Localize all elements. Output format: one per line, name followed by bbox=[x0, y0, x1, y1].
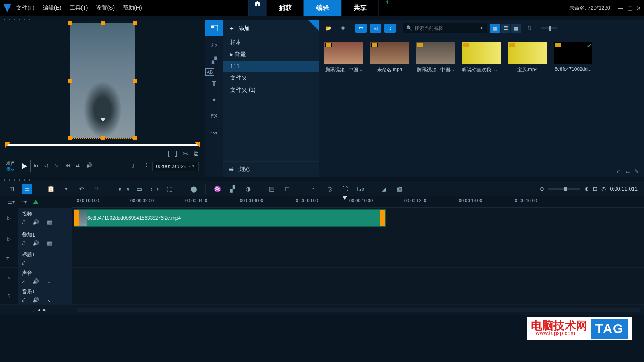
undo-icon[interactable]: ↶ bbox=[76, 184, 87, 194]
tab-home[interactable] bbox=[248, 0, 266, 16]
resize-handle[interactable] bbox=[133, 79, 137, 83]
go-start-icon[interactable]: ⏮ bbox=[34, 162, 41, 170]
search-box[interactable]: 🔍 ✕ bbox=[402, 23, 487, 33]
tree-folder[interactable]: 文件夹 bbox=[223, 72, 319, 84]
grid-split-icon[interactable]: ⊞ bbox=[282, 184, 292, 194]
resize-handle[interactable] bbox=[101, 21, 105, 25]
loop-icon[interactable]: ⇄ bbox=[76, 162, 83, 170]
maximize-icon[interactable]: ▢ bbox=[627, 5, 632, 11]
browse-button[interactable]: ⭆浏览 bbox=[223, 161, 319, 177]
add-folder-button[interactable]: ＋添加 bbox=[223, 20, 319, 37]
track-lane[interactable] bbox=[72, 228, 644, 249]
preview-canvas[interactable]: 视频轨 bbox=[2, 23, 203, 139]
resize-handle[interactable] bbox=[133, 21, 137, 25]
capture-icon[interactable]: ✺ bbox=[337, 23, 349, 34]
menu-help[interactable]: 帮助(H) bbox=[123, 4, 142, 12]
clear-search-icon[interactable]: ✕ bbox=[479, 25, 483, 31]
stabilize-icon[interactable]: ⛶ bbox=[340, 184, 350, 194]
zoom-out-icon[interactable]: ⊖ bbox=[540, 186, 544, 192]
preview-scrubber[interactable] bbox=[5, 144, 200, 146]
motion-icon[interactable]: ⤳ bbox=[309, 184, 320, 194]
resize-handle[interactable] bbox=[101, 136, 105, 140]
close-icon[interactable]: ✕ bbox=[636, 5, 641, 11]
footer-display-icon[interactable]: ▭ bbox=[626, 169, 630, 174]
filter-image-icon[interactable]: ◰ bbox=[370, 24, 381, 33]
libtab-path-icon[interactable]: ↝ bbox=[205, 124, 223, 140]
link-icon[interactable]: 𝓔 bbox=[22, 297, 25, 303]
fx-toggle-icon[interactable]: ▦ bbox=[47, 240, 52, 247]
mark-out-icon[interactable]: ] bbox=[175, 150, 177, 158]
panel-grip[interactable]: • • • • • • bbox=[0, 16, 644, 20]
library-clip[interactable]: 宝贝.mp4 bbox=[508, 42, 547, 73]
track-icon-voice[interactable]: ↘ bbox=[0, 268, 18, 286]
tree-folder-1[interactable]: 文件夹 (1) bbox=[223, 84, 319, 96]
timeline-clip[interactable]: 6c8fc471002ddd0b6984156338276f2e.mp4 bbox=[74, 209, 386, 227]
tab-edit[interactable]: 编辑 bbox=[304, 0, 341, 16]
track-icon-title[interactable]: ᴛT bbox=[0, 249, 18, 267]
video-fx-icon[interactable]: ▞ bbox=[227, 184, 238, 194]
storyboard-view-icon[interactable]: ⊞ bbox=[6, 184, 17, 194]
step-fwd-icon[interactable]: ▷ bbox=[55, 162, 62, 170]
import-icon[interactable]: 📂 bbox=[323, 23, 334, 34]
tree-folder-111[interactable]: 111 bbox=[223, 61, 319, 72]
step-back-icon[interactable]: ◁ bbox=[44, 162, 52, 170]
marker-icon[interactable]: ▭ bbox=[134, 184, 144, 194]
blend-icon[interactable]: ◑ bbox=[243, 184, 253, 194]
mark-in-icon[interactable]: [ bbox=[168, 150, 169, 158]
library-clip[interactable]: 未命名.mp4 bbox=[370, 42, 409, 73]
resize-handle[interactable] bbox=[68, 21, 72, 25]
track-lane[interactable]: 6c8fc471002ddd0b6984156338276f2e.mp4 bbox=[72, 208, 644, 228]
go-end-icon[interactable]: ⏭ bbox=[65, 162, 72, 170]
device-icon[interactable]: ▯ bbox=[131, 162, 138, 170]
track-opts-icon[interactable]: ☰▾ bbox=[8, 199, 15, 205]
library-clip[interactable]: 听说你喜欢我 第... bbox=[462, 42, 501, 73]
timecode-display[interactable]: 00:00:09:025▲▼ bbox=[152, 162, 199, 171]
libtab-graphic-icon[interactable]: ✦ bbox=[205, 92, 223, 108]
fx-toggle-icon[interactable]: ▦ bbox=[47, 219, 52, 226]
track-lane[interactable] bbox=[72, 249, 644, 267]
view-thumb-icon[interactable]: ▦ bbox=[490, 24, 500, 33]
tab-capture[interactable]: 捕获 bbox=[266, 0, 304, 16]
libtab-fx-icon[interactable]: FX bbox=[205, 108, 223, 124]
copy-clip-icon[interactable]: ⧉ bbox=[194, 150, 198, 158]
libtab-text-icon[interactable]: T bbox=[205, 76, 223, 92]
minimize-icon[interactable]: — bbox=[618, 5, 623, 11]
crop-icon[interactable]: ⬚ bbox=[165, 184, 175, 194]
fit-icon[interactable]: ⊡ bbox=[593, 186, 597, 192]
mute-icon[interactable]: 🔊 bbox=[33, 278, 39, 285]
menu-tools[interactable]: 工具(T) bbox=[70, 4, 88, 12]
pin-icon[interactable] bbox=[308, 20, 319, 31]
track-lane[interactable] bbox=[72, 268, 644, 286]
track-lane[interactable] bbox=[72, 286, 644, 304]
resize-handle[interactable] bbox=[133, 136, 137, 140]
libtab-title-icon[interactable]: AB bbox=[205, 68, 214, 76]
track-icon-overlay[interactable]: ▷ bbox=[0, 228, 18, 249]
link-icon[interactable]: 𝓔 bbox=[22, 278, 25, 285]
footer-edit-icon[interactable]: ✎ bbox=[634, 169, 638, 174]
mode-material-label[interactable]: 素材 bbox=[6, 166, 15, 172]
sort-icon[interactable]: ⇅ bbox=[524, 23, 535, 34]
libtab-audio-icon[interactable]: ♪♭ bbox=[205, 36, 223, 52]
upload-icon[interactable] bbox=[379, 0, 396, 16]
add-track-bottom-icon[interactable]: +▯ bbox=[30, 307, 35, 313]
link-icon[interactable]: 𝓔 bbox=[22, 219, 25, 226]
track-opts2-icon[interactable]: ≡▾ bbox=[21, 199, 27, 205]
track-icon-music[interactable]: ♫ bbox=[0, 286, 18, 304]
view-list-icon[interactable]: ☰ bbox=[501, 24, 510, 33]
library-clip[interactable]: ✔6c8fc471002dd... bbox=[554, 42, 592, 73]
volume-icon[interactable]: 🔊 bbox=[86, 162, 93, 170]
3d-title-icon[interactable]: T₃ᴅ bbox=[355, 184, 365, 194]
expand-icon[interactable]: ⛶ bbox=[142, 162, 149, 170]
scissors-icon[interactable]: ✂ bbox=[183, 150, 188, 158]
mute-icon[interactable]: 🔊 bbox=[33, 219, 39, 226]
timeline-zoom-slider[interactable] bbox=[548, 188, 580, 190]
footer-folder-icon[interactable]: 🗀 bbox=[617, 169, 622, 174]
audio-wave-icon[interactable]: ♒ bbox=[212, 184, 223, 194]
clip-trim-right[interactable] bbox=[380, 210, 385, 226]
link-icon[interactable]: 𝓔 bbox=[22, 260, 25, 266]
snap-icon[interactable]: ⇤⇥ bbox=[119, 184, 129, 194]
track-icon-video[interactable]: ▷ bbox=[0, 208, 18, 228]
scroll-left-icon[interactable]: ◂ bbox=[38, 307, 40, 313]
tracking-icon[interactable]: ◎ bbox=[324, 184, 335, 194]
menu-edit[interactable]: 编辑(E) bbox=[43, 4, 62, 12]
